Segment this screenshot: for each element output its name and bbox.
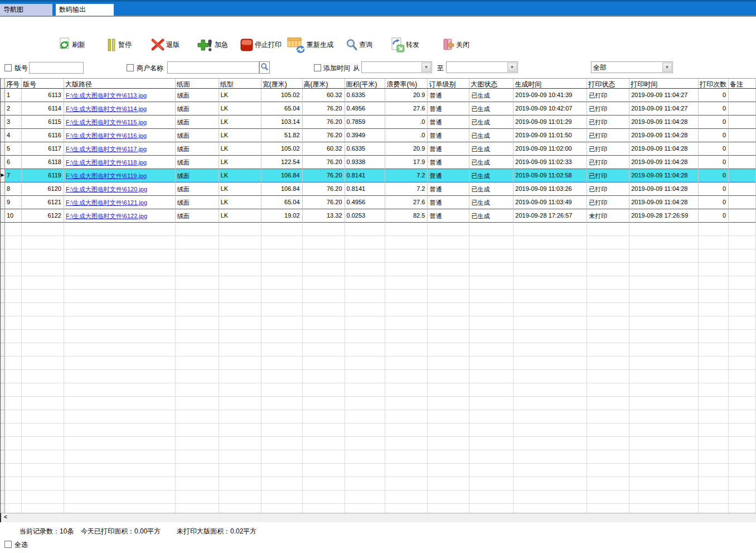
plate-no-checkbox[interactable] xyxy=(4,64,12,71)
column-header[interactable]: 宽(厘米) xyxy=(261,79,303,88)
merchant-checkbox[interactable] xyxy=(127,64,134,71)
chevron-down-icon[interactable]: ▼ xyxy=(421,62,431,72)
column-header[interactable]: 纸型 xyxy=(219,79,261,88)
status-filter-select[interactable]: 全部 ▼ xyxy=(591,61,673,73)
table-row[interactable]: 16113F:\生成大图临时文件\6113.jpg绒面LK105.0260.32… xyxy=(1,89,756,102)
table-row[interactable]: 106122F:\生成大图临时文件\6122.jpg绒面LK19.0213.32… xyxy=(1,209,756,223)
column-header[interactable]: 浪费率(%) xyxy=(385,79,428,88)
table-cell xyxy=(729,182,756,196)
plate-path-link[interactable]: F:\生成大图临时文件\6117.jpg xyxy=(66,146,147,152)
table-cell xyxy=(587,383,629,397)
chevron-down-icon[interactable]: ▼ xyxy=(662,62,672,72)
table-cell xyxy=(729,464,756,477)
table-row[interactable]: 46116F:\生成大图临时文件\6116.jpg绒面LK51.8276.200… xyxy=(1,129,756,142)
plate-path-link[interactable]: F:\生成大图临时文件\6116.jpg xyxy=(66,132,147,139)
tab-navigation-map[interactable]: 导航图 xyxy=(0,4,52,16)
table-cell xyxy=(729,116,756,129)
pause-button[interactable]: 暂停 xyxy=(106,33,132,56)
empty-row xyxy=(1,410,756,424)
table-cell xyxy=(513,437,587,450)
plate-path-link[interactable]: F:\生成大图临时文件\6115.jpg xyxy=(66,119,147,126)
plate-path-link[interactable]: F:\生成大图临时文件\6113.jpg xyxy=(66,92,147,99)
table-cell xyxy=(219,504,261,513)
column-header[interactable]: 打印次数 xyxy=(699,79,729,88)
return-plate-button[interactable]: 退版 xyxy=(151,33,180,56)
table-cell: 2019-09-28 17:26:59 xyxy=(629,209,699,223)
forward-button-label: 转发 xyxy=(406,40,419,50)
column-header[interactable]: 面积(平米) xyxy=(345,79,386,88)
table-cell: 2019-09-09 11:03:26 xyxy=(513,182,587,196)
table-row[interactable]: 86120F:\生成大图临时文件\6120.jpg绒面LK106.8476.20… xyxy=(1,182,756,196)
table-cell xyxy=(219,410,261,424)
column-header[interactable]: 生成时间 xyxy=(513,79,587,88)
plate-path-link[interactable]: F:\生成大图临时文件\6114.jpg xyxy=(66,105,147,112)
table-cell xyxy=(729,303,756,316)
column-header[interactable]: 备注 xyxy=(729,79,756,88)
add-time-checkbox[interactable] xyxy=(314,64,321,71)
merchant-search-button[interactable] xyxy=(259,61,270,74)
table-cell xyxy=(303,397,345,410)
horizontal-scrollbar[interactable]: < xyxy=(0,513,756,522)
plate-no-input[interactable] xyxy=(29,62,84,74)
column-header[interactable]: 纸面 xyxy=(176,79,219,88)
table-cell xyxy=(22,397,64,410)
from-date-select[interactable]: ▼ xyxy=(361,61,432,73)
plate-path-link[interactable]: F:\生成大图临时文件\6120.jpg xyxy=(66,186,147,193)
table-cell xyxy=(385,357,428,370)
table-cell: 2019-09-09 11:02:33 xyxy=(513,156,587,169)
table-cell xyxy=(587,464,629,477)
table-row[interactable]: 96121F:\生成大图临时文件\6121.jpg绒面LK65.0476.200… xyxy=(1,196,756,209)
table-row[interactable]: 36115F:\生成大图临时文件\6115.jpg绒面LK103.1476.20… xyxy=(1,116,756,129)
table-cell: 绒面 xyxy=(176,169,219,182)
table-cell xyxy=(729,236,756,249)
regenerate-button[interactable]: 重新生成 xyxy=(287,33,333,56)
column-header[interactable]: 大图状态 xyxy=(469,79,513,88)
query-button[interactable]: 查询 xyxy=(346,33,372,56)
table-cell xyxy=(699,330,729,343)
table-cell: F:\生成大图临时文件\6114.jpg xyxy=(64,102,176,116)
pause-icon xyxy=(106,37,117,52)
table-cell xyxy=(587,263,629,276)
column-header[interactable]: 高(厘米) xyxy=(303,79,345,88)
plate-path-link[interactable]: F:\生成大图临时文件\6119.jpg xyxy=(66,172,147,179)
column-header[interactable]: 打印时间 xyxy=(629,79,699,88)
table-row[interactable]: 66118F:\生成大图临时文件\6118.jpg绒面LK122.5476.20… xyxy=(1,156,756,169)
row-marker xyxy=(1,330,5,343)
plate-path-link[interactable]: F:\生成大图临时文件\6118.jpg xyxy=(66,159,147,166)
table-cell xyxy=(219,303,261,316)
plate-path-link[interactable]: F:\生成大图临时文件\6122.jpg xyxy=(66,213,147,219)
table-cell xyxy=(261,303,303,316)
refresh-button[interactable]: 刷新 xyxy=(58,33,85,56)
table-cell: 27.6 xyxy=(385,102,428,116)
to-date-select[interactable]: ▼ xyxy=(446,61,518,73)
forward-button[interactable]: 转发 xyxy=(390,33,419,56)
empty-row xyxy=(1,236,756,249)
table-cell xyxy=(699,223,729,236)
column-header[interactable]: 大版路径 xyxy=(64,79,176,88)
column-header[interactable]: 序号 xyxy=(5,79,22,88)
table-cell xyxy=(176,330,219,343)
table-row[interactable]: 26114F:\生成大图临时文件\6114.jpg绒面LK65.0476.200… xyxy=(1,102,756,116)
table-cell: 60.32 xyxy=(303,89,345,102)
merchant-input[interactable] xyxy=(167,61,259,74)
table-cell: 7 xyxy=(5,169,22,182)
table-cell xyxy=(176,263,219,276)
tab-digital-output[interactable]: 数码输出 xyxy=(56,4,114,16)
select-all-checkbox[interactable] xyxy=(4,541,12,548)
close-button[interactable]: 关闭 xyxy=(440,33,469,56)
column-header[interactable]: 打印状态 xyxy=(587,79,629,88)
table-row[interactable]: ▶76119F:\生成大图临时文件\6119.jpg绒面LK106.8476.2… xyxy=(1,169,756,182)
stop-print-button[interactable]: 停止打印 xyxy=(240,33,282,56)
table-cell: 2019-09-09 10:41:39 xyxy=(513,89,587,102)
table-cell xyxy=(469,464,513,477)
column-header[interactable]: 版号 xyxy=(22,79,64,88)
plate-path-link[interactable]: F:\生成大图临时文件\6121.jpg xyxy=(66,199,147,206)
column-header[interactable]: 订单级别 xyxy=(428,79,469,88)
chevron-down-icon[interactable]: ▼ xyxy=(507,62,517,72)
table-row[interactable]: 56117F:\生成大图临时文件\6117.jpg绒面LK105.0260.32… xyxy=(1,142,756,156)
rush-button[interactable]: 加急 xyxy=(196,33,228,56)
table-cell xyxy=(699,290,729,303)
scroll-left-icon[interactable]: < xyxy=(4,514,7,520)
table-cell: 已生成 xyxy=(469,182,513,196)
table-cell xyxy=(22,276,64,290)
